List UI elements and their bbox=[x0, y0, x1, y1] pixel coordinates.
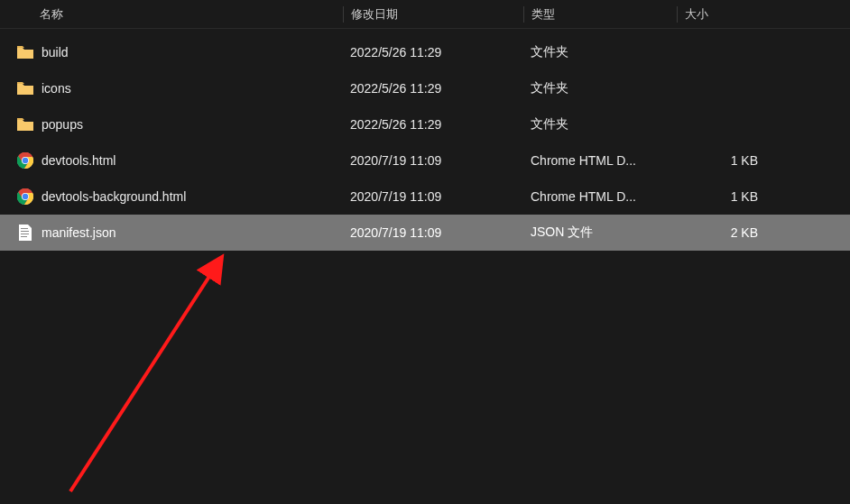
column-header-row: 名称 修改日期 类型 大小 bbox=[0, 0, 850, 29]
svg-point-7 bbox=[23, 194, 28, 199]
file-name: build bbox=[36, 45, 343, 60]
column-header-size[interactable]: 大小 bbox=[677, 6, 785, 23]
file-name: manifest.json bbox=[36, 225, 343, 240]
file-date: 2022/5/26 11:29 bbox=[343, 45, 523, 60]
file-list: build 2022/5/26 11:29 文件夹 icons 2022/5/2… bbox=[0, 29, 850, 251]
file-type: 文件夹 bbox=[523, 44, 677, 60]
file-name: popups bbox=[36, 117, 343, 132]
file-size: 1 KB bbox=[677, 189, 785, 204]
chrome-icon bbox=[14, 152, 36, 169]
file-date: 2022/5/26 11:29 bbox=[343, 81, 523, 96]
file-name: icons bbox=[36, 81, 343, 96]
folder-icon bbox=[14, 82, 36, 95]
folder-icon bbox=[14, 118, 36, 131]
folder-icon bbox=[14, 46, 36, 59]
file-icon bbox=[14, 225, 36, 241]
file-type: Chrome HTML D... bbox=[523, 153, 677, 168]
file-type: 文件夹 bbox=[523, 80, 677, 96]
file-name: devtools-background.html bbox=[36, 189, 343, 204]
svg-line-12 bbox=[70, 260, 220, 491]
file-type: JSON 文件 bbox=[523, 225, 677, 241]
column-header-type[interactable]: 类型 bbox=[523, 6, 677, 23]
file-type: Chrome HTML D... bbox=[523, 189, 677, 204]
file-size: 1 KB bbox=[677, 153, 785, 168]
column-header-date[interactable]: 修改日期 bbox=[343, 6, 523, 23]
file-size: 2 KB bbox=[677, 225, 785, 240]
chrome-icon bbox=[14, 188, 36, 205]
file-date: 2020/7/19 11:09 bbox=[343, 189, 523, 204]
file-date: 2020/7/19 11:09 bbox=[343, 153, 523, 168]
file-row-build[interactable]: build 2022/5/26 11:29 文件夹 bbox=[0, 34, 850, 70]
file-type: 文件夹 bbox=[523, 116, 677, 133]
svg-point-3 bbox=[23, 158, 28, 163]
column-header-name[interactable]: 名称 bbox=[36, 6, 343, 23]
file-row-icons[interactable]: icons 2022/5/26 11:29 文件夹 bbox=[0, 70, 850, 106]
svg-rect-8 bbox=[21, 228, 28, 229]
svg-rect-9 bbox=[21, 231, 29, 232]
file-date: 2020/7/19 11:09 bbox=[343, 225, 523, 240]
file-name: devtools.html bbox=[36, 153, 343, 168]
file-row-manifest-json[interactable]: manifest.json 2020/7/19 11:09 JSON 文件 2 … bbox=[0, 215, 850, 251]
file-row-popups[interactable]: popups 2022/5/26 11:29 文件夹 bbox=[0, 106, 850, 142]
file-explorer: 名称 修改日期 类型 大小 build 2022/5/26 11:29 文件夹 … bbox=[0, 0, 850, 504]
file-date: 2022/5/26 11:29 bbox=[343, 117, 523, 132]
svg-rect-11 bbox=[21, 236, 27, 237]
svg-rect-10 bbox=[21, 234, 29, 234]
file-row-devtools-html[interactable]: devtools.html 2020/7/19 11:09 Chrome HTM… bbox=[0, 142, 850, 179]
file-row-devtools-background-html[interactable]: devtools-background.html 2020/7/19 11:09… bbox=[0, 179, 850, 215]
